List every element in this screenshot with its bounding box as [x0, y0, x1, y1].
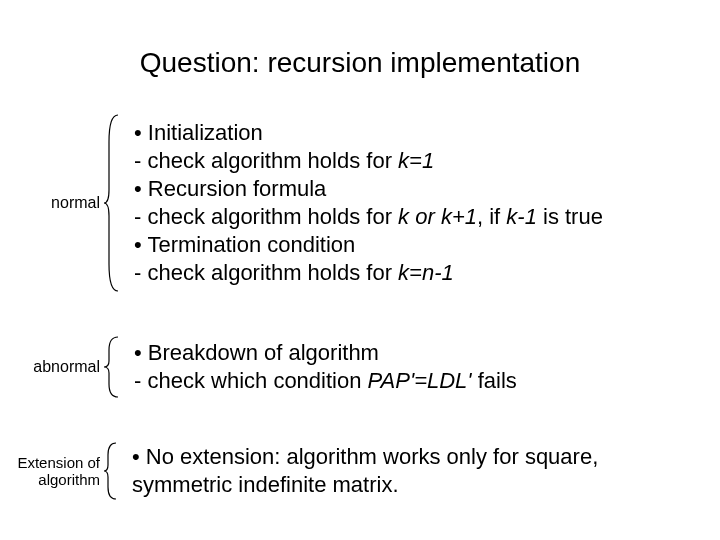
section-extension: Extension of algorithm No extension: alg… — [0, 440, 700, 502]
list-item: No extension: algorithm works only for s… — [132, 443, 700, 499]
slide-title: Question: recursion implementation — [0, 47, 720, 79]
list-item: - check algorithm holds for k=n-1 — [134, 259, 700, 287]
brace-icon — [102, 334, 120, 400]
label-normal: normal — [0, 194, 102, 212]
content-normal: Initialization - check algorithm holds f… — [120, 119, 700, 288]
list-item: - check algorithm holds for k or k+1, if… — [134, 203, 700, 231]
brace-icon — [102, 440, 118, 502]
list-item: Recursion formula — [134, 175, 700, 203]
list-item: - check algorithm holds for k=1 — [134, 147, 700, 175]
label-extension: Extension of algorithm — [0, 454, 102, 488]
list-item: - check which condition PAP'=LDL' fails — [134, 367, 700, 395]
section-abnormal: abnormal Breakdown of algorithm - check … — [0, 334, 700, 400]
label-abnormal: abnormal — [0, 358, 102, 376]
content-abnormal: Breakdown of algorithm - check which con… — [120, 339, 700, 395]
list-item: Termination condition — [134, 231, 700, 259]
section-normal: normal Initialization - check algorithm … — [0, 112, 700, 294]
brace-icon — [102, 112, 120, 294]
list-item: Initialization — [134, 119, 700, 147]
list-item: Breakdown of algorithm — [134, 339, 700, 367]
content-extension: No extension: algorithm works only for s… — [118, 443, 700, 499]
